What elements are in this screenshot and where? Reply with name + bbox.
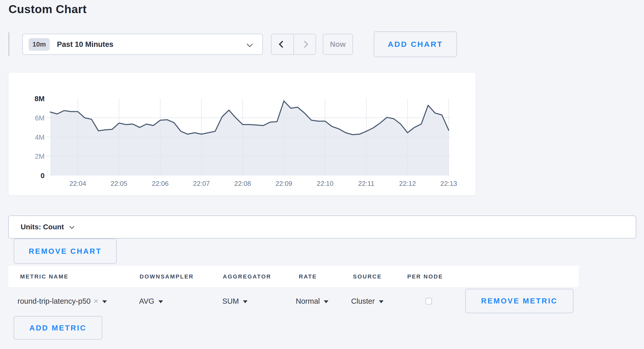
downsampler-value: AVG	[139, 297, 154, 306]
aggregator-dropdown[interactable]: SUM	[222, 289, 248, 313]
remove-chart-button[interactable]: REMOVE CHART	[14, 239, 117, 264]
prev-range-button[interactable]	[272, 34, 294, 54]
svg-text:6M: 6M	[35, 114, 45, 122]
chevron-left-icon	[279, 41, 286, 48]
aggregator-value: SUM	[222, 297, 239, 306]
time-nav-group	[271, 34, 316, 55]
svg-text:0: 0	[40, 172, 45, 180]
svg-text:22:09: 22:09	[275, 180, 292, 187]
metric-name-dropdown[interactable]: round-trip-latency-p50 ×	[18, 289, 107, 313]
downsampler-dropdown[interactable]: AVG	[139, 289, 163, 313]
chevron-down-icon	[69, 224, 74, 229]
source-value: Cluster	[351, 297, 375, 306]
chart-card: 02M4M6M8M22:0422:0522:0622:0722:0822:092…	[9, 73, 476, 195]
col-metric-name: METRIC NAME	[20, 273, 69, 280]
col-downsampler: DOWNSAMPLER	[140, 273, 194, 280]
svg-text:22:07: 22:07	[193, 180, 210, 187]
svg-text:22:13: 22:13	[440, 180, 457, 187]
custom-chart-page: Custom Chart 10m Past 10 Minutes Now ADD…	[0, 0, 644, 349]
page-title: Custom Chart	[9, 3, 87, 16]
now-button[interactable]: Now	[323, 34, 353, 55]
caret-down-icon	[379, 300, 384, 303]
per-node-checkbox[interactable]	[425, 298, 432, 304]
svg-text:22:11: 22:11	[358, 180, 374, 187]
add-metric-button[interactable]: ADD METRIC	[14, 316, 102, 340]
caret-down-icon	[102, 300, 107, 303]
time-range-badge: 10m	[29, 38, 50, 51]
source-dropdown[interactable]: Cluster	[351, 289, 384, 313]
units-label: Units: Count	[21, 223, 64, 231]
rate-value: Normal	[296, 297, 320, 306]
chevron-down-icon	[247, 41, 253, 47]
caret-down-icon	[158, 300, 163, 303]
remove-metric-button[interactable]: REMOVE METRIC	[465, 289, 573, 313]
col-source: SOURCE	[353, 273, 382, 280]
time-range-label: Past 10 Minutes	[57, 40, 113, 49]
clear-metric-icon[interactable]: ×	[94, 297, 98, 306]
col-per-node: PER NODE	[407, 273, 443, 280]
svg-text:2M: 2M	[35, 153, 45, 160]
next-range-button[interactable]	[294, 34, 316, 54]
svg-text:8M: 8M	[35, 95, 45, 103]
toolbar-divider	[9, 32, 9, 56]
timeseries-chart: 02M4M6M8M22:0422:0522:0622:0722:0822:092…	[9, 73, 476, 195]
chevron-right-icon	[301, 41, 308, 48]
svg-text:4M: 4M	[35, 134, 45, 141]
time-range-dropdown[interactable]: 10m Past 10 Minutes	[22, 34, 263, 55]
add-chart-button[interactable]: ADD CHART	[374, 31, 457, 57]
units-dropdown[interactable]: Units: Count	[8, 215, 636, 239]
svg-text:22:05: 22:05	[111, 180, 127, 187]
metric-name-value: round-trip-latency-p50	[18, 297, 91, 306]
caret-down-icon	[324, 300, 328, 303]
svg-text:22:08: 22:08	[234, 180, 251, 187]
rate-dropdown[interactable]: Normal	[296, 289, 328, 313]
metric-row: round-trip-latency-p50 × AVG SUM Normal …	[0, 289, 644, 313]
svg-text:22:04: 22:04	[69, 180, 86, 187]
col-aggregator: AGGREGATOR	[223, 273, 271, 280]
col-rate: RATE	[299, 273, 317, 280]
svg-text:22:12: 22:12	[399, 180, 416, 187]
metrics-table-header: METRIC NAME DOWNSAMPLER AGGREGATOR RATE …	[8, 266, 579, 287]
svg-text:22:10: 22:10	[317, 180, 333, 187]
caret-down-icon	[243, 300, 248, 303]
svg-text:22:06: 22:06	[152, 180, 168, 187]
